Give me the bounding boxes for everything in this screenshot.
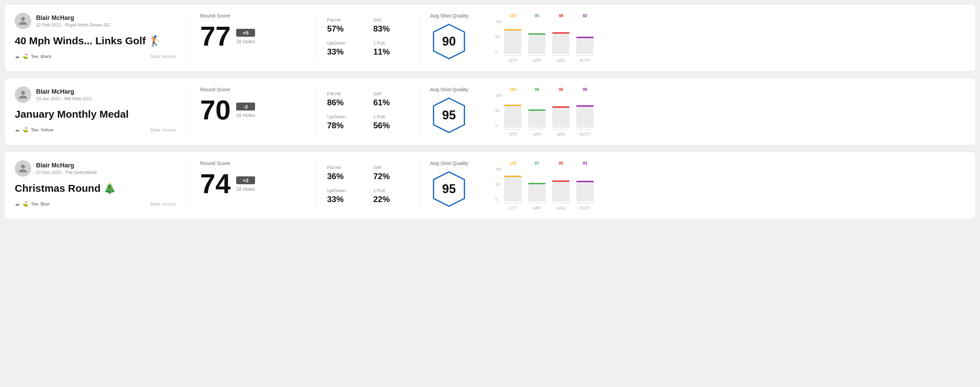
bar-x-label: OTT bbox=[509, 206, 517, 211]
bar-column-arg: 98 ARG bbox=[552, 13, 570, 63]
quality-section: Avg Shot Quality 95 100 50 0 110 bbox=[420, 160, 965, 211]
bar-value: 107 bbox=[509, 13, 516, 18]
bar-column-ott: 101 OTT bbox=[504, 86, 522, 137]
stat-updown-label: Up/Down bbox=[327, 40, 363, 46]
y-label-100: 100 bbox=[495, 93, 501, 97]
round-left-section: Blair McHarg 29 Jan 2022 · Mill Ride GCC… bbox=[15, 86, 186, 137]
tee-label: Tee: Black bbox=[31, 54, 51, 59]
weather-icon: ☁ bbox=[15, 54, 19, 59]
bar-chart-area: 100 50 0 107 OTT 95 bbox=[495, 13, 955, 63]
user-info: Blair McHarg 29 Jan 2022 · Mill Ride GCC bbox=[36, 88, 93, 102]
stat-updown: Up/Down 78% bbox=[327, 114, 363, 130]
stat-fw-hit: FW Hit 86% bbox=[327, 91, 363, 107]
tee-label: Tee: Blue bbox=[31, 201, 49, 206]
bar-x-label: APP bbox=[533, 132, 541, 137]
stats-section: FW Hit 57% GIR 83% Up/Down 33% 1 Putt 11… bbox=[317, 13, 420, 63]
stat-one-putt: 1 Putt 11% bbox=[374, 40, 409, 57]
stat-one-putt-label: 1 Putt bbox=[374, 40, 409, 46]
y-label-50: 50 bbox=[495, 35, 501, 39]
weather-icon: ☁ bbox=[15, 127, 19, 132]
bar-x-label: PUTT bbox=[580, 58, 590, 63]
person-icon bbox=[18, 90, 28, 100]
round-score-label: Round Score bbox=[200, 160, 303, 166]
bar-value: 95 bbox=[559, 161, 563, 166]
stat-fw-hit-value: 86% bbox=[327, 98, 363, 107]
round-score-section: Round Score 74 +2 18 Holes bbox=[186, 160, 317, 211]
score-detail: -2 18 Holes bbox=[236, 103, 255, 118]
bar-x-label: APP bbox=[533, 206, 541, 211]
hexagon: 95 bbox=[430, 170, 468, 208]
bar-column-ott: 110 OTT bbox=[504, 160, 522, 211]
bar-column-ott: 107 OTT bbox=[504, 13, 522, 63]
bar-value: 110 bbox=[509, 161, 516, 166]
weather-icon: ☁ bbox=[15, 201, 19, 206]
hexagon-score: 95 bbox=[442, 108, 456, 122]
stat-one-putt: 1 Putt 22% bbox=[374, 188, 409, 204]
bar-x-label: PUTT bbox=[580, 132, 590, 137]
stat-gir-value: 83% bbox=[374, 24, 409, 33]
score-detail: +2 18 Holes bbox=[236, 176, 255, 192]
score-diff-badge: +2 bbox=[236, 176, 255, 184]
bar-value: 82 bbox=[583, 13, 587, 18]
bar-column-arg: 95 ARG bbox=[552, 160, 570, 211]
y-label-0: 0 bbox=[495, 124, 501, 128]
stat-one-putt-label: 1 Putt bbox=[374, 114, 409, 119]
stat-updown-label: Up/Down bbox=[327, 188, 363, 193]
bar-x-label: ARG bbox=[557, 206, 565, 211]
bottom-row: ☁ ⛳ Tee: Black Data: Arccos bbox=[15, 54, 176, 59]
stat-gir-value: 72% bbox=[374, 171, 409, 181]
bar-x-label: OTT bbox=[509, 58, 517, 63]
data-source: Data: Arccos bbox=[150, 127, 176, 132]
bar-column-putt: 93 PUTT bbox=[576, 160, 593, 211]
round-title: 40 Mph Winds... Links Golf 🏌 bbox=[15, 35, 176, 47]
stat-one-putt: 1 Putt 56% bbox=[374, 114, 409, 130]
avg-shot-quality-label: Avg Shot Quality bbox=[430, 160, 485, 166]
tee-info: ☁ ⛳ Tee: Blue bbox=[15, 201, 49, 206]
user-date: 27 Dec 2021 · The Oxfordshire bbox=[36, 170, 97, 175]
score-row: 77 +5 18 Holes bbox=[200, 23, 303, 50]
holes-label: 18 Holes bbox=[236, 39, 255, 44]
avatar bbox=[15, 86, 31, 103]
stat-updown: Up/Down 33% bbox=[327, 40, 363, 57]
data-source: Data: Arccos bbox=[150, 54, 176, 59]
stat-updown-value: 78% bbox=[327, 121, 363, 130]
bar-column-app: 95 APP bbox=[528, 13, 546, 63]
stats-grid: FW Hit 86% GIR 61% Up/Down 78% 1 Putt 56… bbox=[327, 91, 409, 130]
stat-gir: GIR 72% bbox=[374, 165, 409, 181]
bar-value: 87 bbox=[535, 161, 539, 166]
bar-value: 95 bbox=[535, 13, 539, 18]
y-label-0: 0 bbox=[495, 50, 501, 54]
holes-label: 18 Holes bbox=[236, 113, 255, 118]
stat-fw-hit-label: FW Hit bbox=[327, 91, 363, 97]
stat-one-putt-value: 56% bbox=[374, 121, 409, 130]
tee-info: ☁ ⛳ Tee: Yellow bbox=[15, 127, 53, 132]
bar-column-app: 87 APP bbox=[528, 160, 546, 211]
bottom-row: ☁ ⛳ Tee: Blue Data: Arccos bbox=[15, 201, 176, 206]
avatar bbox=[15, 160, 31, 177]
quality-section: Avg Shot Quality 90 100 50 0 107 bbox=[420, 13, 965, 63]
user-info: Blair McHarg 12 Feb 2022 · Royal North D… bbox=[36, 14, 111, 28]
score-detail: +5 18 Holes bbox=[236, 29, 255, 44]
avg-shot-quality-label: Avg Shot Quality bbox=[430, 13, 485, 19]
data-source: Data: Arccos bbox=[150, 201, 176, 206]
bar-x-label: APP bbox=[533, 58, 541, 63]
round-card: Blair McHarg 27 Dec 2021 · The Oxfordshi… bbox=[4, 152, 976, 219]
bar-column-putt: 99 PUTT bbox=[576, 86, 593, 137]
tee-info: ☁ ⛳ Tee: Black bbox=[15, 54, 51, 59]
bar-value: 93 bbox=[583, 161, 587, 166]
stat-updown: Up/Down 33% bbox=[327, 188, 363, 204]
stat-updown-label: Up/Down bbox=[327, 114, 363, 119]
bar-x-label: ARG bbox=[557, 132, 565, 137]
stat-updown-value: 33% bbox=[327, 47, 363, 57]
round-score-label: Round Score bbox=[200, 13, 303, 19]
score-diff-badge: -2 bbox=[236, 103, 255, 111]
score-row: 74 +2 18 Holes bbox=[200, 170, 303, 198]
avg-shot-quality-label: Avg Shot Quality bbox=[430, 86, 485, 92]
bottom-row: ☁ ⛳ Tee: Yellow Data: Arccos bbox=[15, 127, 176, 132]
avatar bbox=[15, 13, 31, 29]
tee-icon: ⛳ bbox=[22, 127, 28, 132]
bar-x-label: PUTT bbox=[580, 206, 590, 211]
score-diff-badge: +5 bbox=[236, 29, 255, 37]
stats-grid: FW Hit 36% GIR 72% Up/Down 33% 1 Putt 22… bbox=[327, 165, 409, 204]
stat-gir: GIR 61% bbox=[374, 91, 409, 107]
